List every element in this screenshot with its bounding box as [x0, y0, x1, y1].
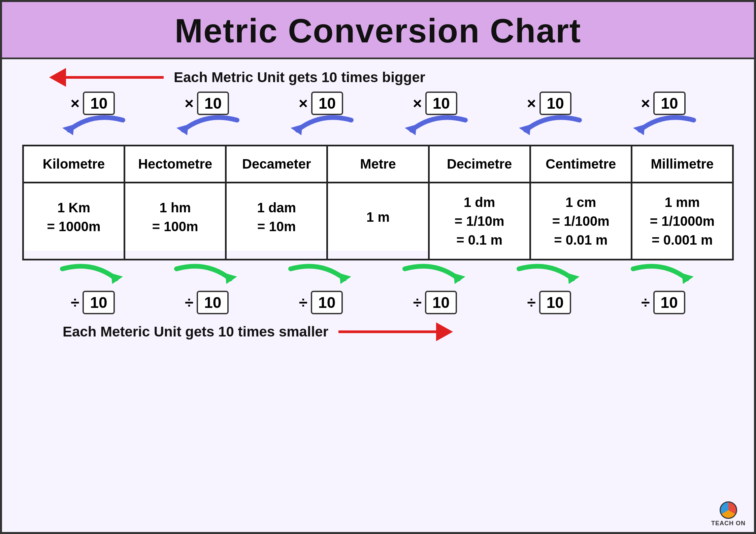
divide-value-1: 10	[83, 291, 114, 314]
unit-value-hectometre: 1 hm= 100m	[125, 183, 225, 251]
svg-marker-4	[519, 124, 531, 135]
svg-marker-6	[111, 273, 123, 284]
multiply-value-4: 10	[425, 92, 457, 115]
blue-arrow-4	[401, 115, 469, 142]
multiply-value-6: 10	[653, 92, 685, 115]
svg-marker-2	[291, 124, 302, 135]
green-arrows-row	[22, 264, 734, 291]
unit-value-decimetre: 1 dm= 1/10m= 0.1 m	[430, 183, 529, 259]
multiply-item-6: × 10	[641, 92, 686, 115]
green-arrow-2	[173, 264, 240, 291]
unit-value-metre: 1 m	[328, 183, 428, 251]
divide-item-6: ÷ 10	[641, 291, 685, 314]
units-table: Kilometre 1 Km= 1000m Hectometre 1 hm= 1…	[22, 145, 734, 260]
svg-marker-9	[454, 273, 465, 284]
green-arrow-1	[59, 264, 126, 291]
multiply-symbol-6: ×	[641, 94, 650, 112]
unit-value-decameter: 1 dam= 10m	[227, 183, 326, 251]
multiply-symbol-1: ×	[70, 94, 79, 112]
unit-name-metre: Metre	[328, 146, 428, 183]
unit-name-hectometre: Hectometre	[125, 146, 225, 183]
unit-name-millimetre: Millimetre	[632, 146, 732, 183]
unit-name-centimetre: Centimetre	[531, 146, 631, 183]
green-arrow-4	[401, 264, 469, 291]
multiply-symbol-4: ×	[413, 94, 422, 112]
header: Metric Conversion Chart	[2, 2, 754, 59]
unit-col-hectometre: Hectometre 1 hm= 100m	[125, 146, 227, 259]
green-arrow-5	[516, 264, 583, 291]
divide-symbol-5: ÷	[527, 293, 536, 312]
divide-value-4: 10	[425, 291, 457, 314]
unit-name-kilometre: Kilometre	[24, 146, 124, 183]
multiply-symbol-3: ×	[299, 94, 308, 112]
divide-value-2: 10	[197, 291, 229, 314]
multiply-value-5: 10	[539, 92, 571, 115]
unit-name-decameter: Decameter	[227, 146, 326, 183]
divide-symbol-1: ÷	[71, 293, 79, 312]
blue-arrow-3	[287, 115, 355, 142]
blue-arrow-2	[173, 115, 240, 142]
bottom-direction-label: Each Meteric Unit gets 10 times smaller	[63, 324, 328, 340]
unit-value-kilometre: 1 Km= 1000m	[24, 183, 124, 251]
blue-arrow-5	[516, 115, 583, 142]
unit-col-decimetre: Decimetre 1 dm= 1/10m= 0.1 m	[430, 146, 531, 259]
unit-value-centimetre: 1 cm= 1/100m= 0.01 m	[531, 183, 631, 259]
svg-marker-0	[62, 124, 74, 135]
green-arrow-6	[630, 264, 697, 291]
unit-col-decameter: Decameter 1 dam= 10m	[227, 146, 328, 259]
divide-item-5: ÷ 10	[527, 291, 571, 314]
svg-marker-8	[339, 273, 351, 284]
blue-arrow-6	[630, 115, 697, 142]
svg-marker-11	[682, 273, 694, 284]
svg-marker-1	[176, 124, 188, 135]
unit-col-millimetre: Millimetre 1 mm= 1/1000m= 0.001 m	[632, 146, 732, 259]
watermark: TEACH ON	[711, 501, 746, 527]
svg-marker-7	[225, 273, 237, 284]
main-content: Each Metric Unit gets 10 times bigger × …	[2, 59, 754, 532]
divide-symbol-3: ÷	[299, 293, 307, 312]
divide-row: ÷ 10 ÷ 10 ÷ 10 ÷ 10 ÷ 10 ÷ 10	[22, 291, 734, 314]
divide-symbol-6: ÷	[641, 293, 650, 312]
multiply-value-3: 10	[311, 92, 343, 115]
divide-item-4: ÷ 10	[413, 291, 457, 314]
unit-col-kilometre: Kilometre 1 Km= 1000m	[24, 146, 125, 259]
svg-marker-10	[568, 273, 580, 284]
multiply-value-1: 10	[83, 92, 115, 115]
svg-marker-5	[633, 124, 645, 135]
multiply-symbol-2: ×	[185, 94, 194, 112]
watermark-text: TEACH ON	[711, 520, 746, 527]
unit-value-millimetre: 1 mm= 1/1000m= 0.001 m	[632, 183, 732, 259]
divide-symbol-4: ÷	[413, 293, 422, 312]
divide-item-2: ÷ 10	[185, 291, 229, 314]
multiply-item-1: × 10	[70, 92, 115, 115]
multiply-item-2: × 10	[185, 92, 229, 115]
divide-value-5: 10	[539, 291, 571, 314]
svg-marker-3	[405, 124, 417, 135]
multiply-symbol-5: ×	[527, 94, 536, 112]
unit-col-metre: Metre 1 m	[328, 146, 429, 259]
multiply-item-4: × 10	[413, 92, 457, 115]
divide-value-3: 10	[311, 291, 343, 314]
divide-value-6: 10	[653, 291, 685, 314]
top-direction-label: Each Metric Unit gets 10 times bigger	[174, 69, 425, 85]
multiply-value-2: 10	[197, 92, 229, 115]
multiply-row: × 10 × 10 × 10 × 10 × 10 × 10	[22, 92, 734, 115]
divide-item-3: ÷ 10	[299, 291, 343, 314]
divide-symbol-2: ÷	[185, 293, 193, 312]
divide-item-1: ÷ 10	[71, 291, 114, 314]
page-wrapper: Metric Conversion Chart Each Metric Unit…	[0, 0, 756, 534]
blue-arrow-1	[59, 115, 126, 142]
bottom-direction-row: Each Meteric Unit gets 10 times smaller	[22, 324, 734, 340]
green-arrow-3	[287, 264, 355, 291]
page-title: Metric Conversion Chart	[2, 11, 754, 50]
multiply-item-3: × 10	[299, 92, 343, 115]
top-direction-row: Each Metric Unit gets 10 times bigger	[22, 69, 734, 85]
blue-arrows-row	[22, 115, 734, 142]
unit-name-decimetre: Decimetre	[430, 146, 529, 183]
watermark-logo	[720, 501, 737, 519]
unit-col-centimetre: Centimetre 1 cm= 1/100m= 0.01 m	[531, 146, 632, 259]
multiply-item-5: × 10	[527, 92, 571, 115]
